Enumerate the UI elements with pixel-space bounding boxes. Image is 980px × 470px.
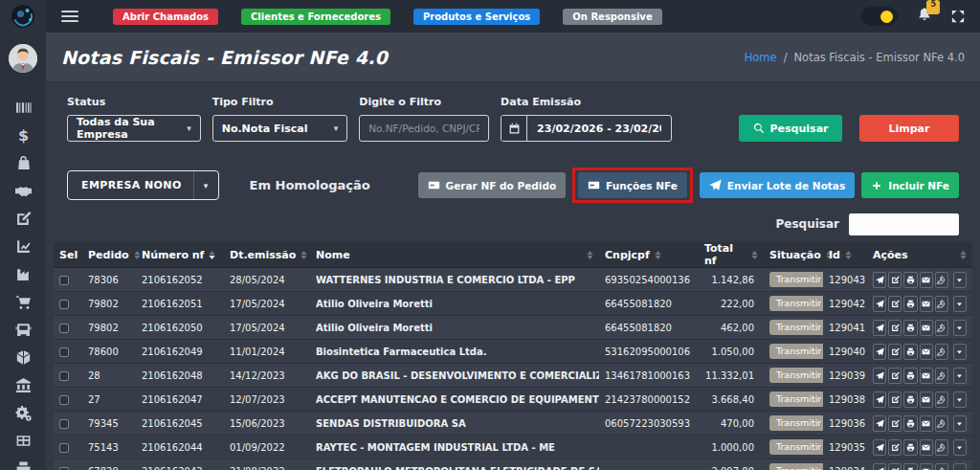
barcode-icon[interactable] xyxy=(14,100,32,116)
action-more-button[interactable] xyxy=(953,296,967,312)
calendar-icon[interactable] xyxy=(501,116,527,141)
action-edit-button[interactable] xyxy=(888,272,902,288)
table-row[interactable]: 78600210616204911/01/2024Biosintetica Fa… xyxy=(54,340,972,364)
action-email-button[interactable] xyxy=(920,463,933,470)
action-send-button[interactable] xyxy=(873,272,886,288)
status-badge[interactable]: Transmitir xyxy=(769,439,823,455)
sort-icon[interactable] xyxy=(301,251,307,259)
row-checkbox[interactable] xyxy=(59,324,69,333)
app-logo[interactable] xyxy=(0,0,46,33)
action-print-button[interactable] xyxy=(903,344,917,360)
action-print-button[interactable] xyxy=(903,415,917,432)
menu-toggle-icon[interactable] xyxy=(61,8,78,25)
action-print-button[interactable] xyxy=(903,463,917,470)
row-checkbox[interactable] xyxy=(59,395,69,405)
column-header-n-mero-nf[interactable]: Número nf xyxy=(136,242,224,268)
nav-button-clientes-e-fornecedores[interactable]: Clientes e Fornecedores xyxy=(241,9,390,25)
column-header-dt-emiss-o[interactable]: Dt.emissão xyxy=(224,242,310,268)
action-email-button[interactable] xyxy=(920,415,933,432)
table-grid-icon[interactable] xyxy=(14,433,32,449)
table-row[interactable]: 28210616204814/12/2023AKG DO BRASIL - DE… xyxy=(54,364,972,388)
incluir-nfe-button[interactable]: Incluir NFe xyxy=(861,172,959,198)
action-send-button[interactable] xyxy=(873,392,886,408)
action-email-button[interactable] xyxy=(920,320,933,336)
action-send-button[interactable] xyxy=(873,296,886,312)
action-email-button[interactable] xyxy=(920,296,933,312)
nav-button-on-responsive[interactable]: On Responsive xyxy=(563,9,661,25)
table-row[interactable]: 27210616204712/07/2023ACCEPT MANUTENCAO … xyxy=(54,388,972,412)
clear-button[interactable]: Limpar xyxy=(859,115,959,142)
status-badge[interactable]: Transmitir xyxy=(769,344,823,359)
status-badge[interactable]: Transmitir xyxy=(769,392,823,407)
enviar-lote-button[interactable]: Enviar Lote de Notas xyxy=(700,172,855,198)
action-send-button[interactable] xyxy=(873,463,886,470)
row-checkbox[interactable] xyxy=(59,300,69,309)
action-more-button[interactable] xyxy=(953,344,967,360)
table-row[interactable]: 67839210616204331/08/2022ELETROPAULO MET… xyxy=(54,459,972,470)
action-email-button[interactable] xyxy=(920,272,933,288)
fullscreen-icon[interactable] xyxy=(951,10,965,23)
truck-icon[interactable] xyxy=(14,322,32,338)
status-badge[interactable]: Transmitir xyxy=(769,415,823,431)
avatar[interactable] xyxy=(9,44,37,73)
action-email-button[interactable] xyxy=(920,392,933,408)
action-edit-button[interactable] xyxy=(888,415,902,432)
action-edit-button[interactable] xyxy=(888,320,902,336)
action-email-button[interactable] xyxy=(920,439,933,456)
row-checkbox[interactable] xyxy=(59,467,69,470)
theme-toggle[interactable] xyxy=(861,7,898,26)
cube-icon[interactable] xyxy=(14,349,32,366)
handshake-icon[interactable] xyxy=(14,183,32,199)
action-whatsapp-button[interactable] xyxy=(935,368,948,384)
action-print-button[interactable] xyxy=(903,320,917,336)
sort-icon[interactable] xyxy=(960,251,967,259)
status-badge[interactable]: Transmitir xyxy=(769,272,823,287)
action-print-button[interactable] xyxy=(903,392,917,408)
printer-icon[interactable] xyxy=(14,460,32,470)
date-range-input[interactable] xyxy=(527,123,671,135)
sort-icon[interactable] xyxy=(655,251,661,259)
action-email-button[interactable] xyxy=(920,344,933,360)
action-more-button[interactable] xyxy=(953,415,967,432)
funcoes-nfe-button[interactable]: Funções NFe xyxy=(578,172,687,198)
company-select[interactable]: EMPRESA NONO ▾ xyxy=(67,170,219,200)
status-badge[interactable]: Transmitir xyxy=(769,463,823,470)
tipo-filtro-select[interactable]: No.Nota Fiscal▾ xyxy=(212,115,348,142)
action-edit-button[interactable] xyxy=(888,296,902,312)
action-whatsapp-button[interactable] xyxy=(935,344,948,360)
search-button[interactable]: Pesquisar xyxy=(739,115,842,142)
bank-icon[interactable] xyxy=(14,377,32,393)
action-whatsapp-button[interactable] xyxy=(935,463,948,470)
table-row[interactable]: 78306210616205228/05/2024WATTERNES INDUS… xyxy=(54,268,972,292)
table-row[interactable]: 79802210616205017/05/2024Atilio Oliveira… xyxy=(54,316,972,340)
nav-button-produtos-e-servi-os[interactable]: Produtos e Serviços xyxy=(413,9,540,25)
chart-line-icon[interactable] xyxy=(14,238,32,255)
column-header-a-es[interactable]: Ações xyxy=(867,242,972,268)
action-more-button[interactable] xyxy=(953,368,967,384)
row-checkbox[interactable] xyxy=(59,443,69,453)
row-checkbox[interactable] xyxy=(59,371,69,381)
sort-icon[interactable] xyxy=(134,251,141,259)
column-header-nome[interactable]: Nome xyxy=(310,242,599,268)
status-badge[interactable]: Transmitir xyxy=(769,368,823,383)
breadcrumb-home-link[interactable]: Home xyxy=(745,51,777,64)
action-whatsapp-button[interactable] xyxy=(935,392,948,408)
action-print-button[interactable] xyxy=(903,296,917,312)
action-edit-button[interactable] xyxy=(888,344,902,360)
action-send-button[interactable] xyxy=(873,415,886,432)
action-email-button[interactable] xyxy=(920,368,933,384)
action-whatsapp-button[interactable] xyxy=(935,272,948,288)
row-checkbox[interactable] xyxy=(59,347,69,357)
action-whatsapp-button[interactable] xyxy=(935,296,948,312)
shopping-bag-icon[interactable] xyxy=(14,155,32,171)
action-more-button[interactable] xyxy=(953,392,967,408)
action-edit-button[interactable] xyxy=(888,368,902,384)
gerar-nf-button[interactable]: Gerar NF do Pedido xyxy=(418,172,567,198)
action-edit-button[interactable] xyxy=(888,392,902,408)
action-more-button[interactable] xyxy=(953,439,967,456)
cogs-icon[interactable] xyxy=(14,405,32,421)
table-row[interactable]: 79802210616205117/05/2024Atilio Oliveira… xyxy=(54,292,972,316)
action-send-button[interactable] xyxy=(873,439,886,456)
action-send-button[interactable] xyxy=(873,344,886,360)
dollar-sign-icon[interactable] xyxy=(14,127,32,144)
